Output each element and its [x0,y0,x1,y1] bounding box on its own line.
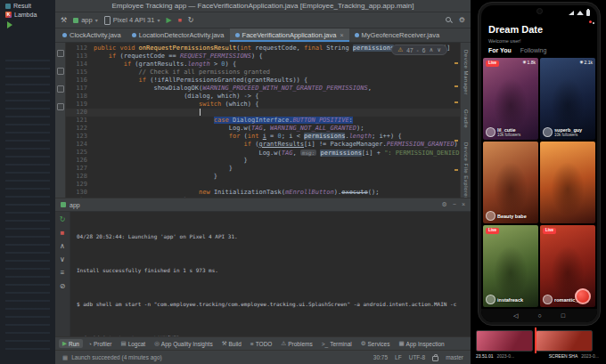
inspections-widget[interactable]: ⚠ 47 ◦ 6 ∧ ∨ [391,44,447,55]
run-panel-actions: ↻ ■ ∧ ∨ ≡ ⊘ [55,212,70,336]
kotlin-icon: K [5,12,12,18]
code-text: new InitializationTask(mEnrollButton).ex… [94,189,379,197]
tool-window-button[interactable]: ▦ App Inspection [395,339,447,348]
prev-issue-icon[interactable]: ∧ [429,46,433,53]
feed-tab[interactable]: Following [520,47,547,53]
tool-window-button[interactable]: ◎ App Quality Insights [151,339,216,348]
tool-window-label: Build [228,341,241,347]
tool-window-label: Run [69,341,79,347]
dock-tool-button[interactable]: Device Manager [463,50,469,95]
app-title: Dream Date [488,24,543,35]
background-lambda-item[interactable]: K Lambda [0,9,55,18]
tool-window-button[interactable]: >_ Terminal [318,340,356,348]
tool-window-label: App Quality Insights [161,341,213,347]
live-badge: Live [486,61,499,67]
back-icon[interactable]: ◁ [513,312,518,319]
close-icon[interactable]: × [462,201,465,208]
video-card[interactable]: Live ◉2.1k superb_guy 10k followers [540,58,595,140]
video-card[interactable]: Live ◉1.8k lil_cutie 10k followers [483,58,538,140]
cursor-position[interactable]: 30:75 [373,354,388,360]
tool-window-button[interactable]: ⚒ Build [218,339,245,348]
line-separator[interactable]: LF [395,354,402,360]
console-line: 04/28 20:52:44: Launching 'app' on Pixel… [77,232,464,241]
file-class-icon [355,33,359,37]
avatar [543,295,553,304]
phone-frame: Dream Date Welcome user! For You Followi… [478,2,601,326]
editor-tab[interactable]: FaceVerificationApplication.java × [230,28,349,42]
file-class-icon [235,33,240,37]
minimize-icon[interactable]: − [453,201,456,208]
code-line: 125 Log.w(TAG, msg: permissions[i] + ": … [66,149,460,157]
run-panel-action-icon[interactable]: ■ [61,229,65,237]
video-card[interactable]: Live ◉ [540,142,595,223]
tool-window-label: Profiler [94,341,112,347]
code-line: 131 } [66,197,460,198]
tool-window-button[interactable]: ≡ TODO [247,340,275,348]
lock-icon[interactable] [432,356,438,361]
device-selector[interactable]: Pixel 4 API 31 ▾ [104,16,160,25]
tool-window-button[interactable]: ⚙ Services [357,339,394,348]
run-tab-label[interactable]: app [70,202,80,208]
tool-window-button[interactable]: ⚠ Problems [277,339,315,348]
tool-window-icon: ▶ [62,340,67,347]
commit-icon[interactable] [57,68,64,75]
file-encoding[interactable]: UTF-8 [409,354,425,360]
bookmarks-icon[interactable] [57,103,64,110]
git-branch[interactable]: master [446,354,463,360]
play-icon[interactable] [7,21,12,28]
error-stripe[interactable] [454,55,458,194]
timeline-clip[interactable] [536,330,593,352]
tool-window-icon: ⚙ [361,340,366,347]
run-config-selector[interactable]: app ▾ [73,16,98,24]
background-result-item[interactable]: Result [0,0,55,9]
project-icon[interactable] [57,50,64,57]
stop-button[interactable]: ■ [178,17,182,23]
tool-window-label: TODO [256,341,273,347]
editor-tab[interactable]: MyGeofenceReceiver.java × [349,28,446,42]
close-icon[interactable]: × [340,32,343,38]
tool-window-button[interactable]: ◔ Profiler [85,340,116,348]
code-line: 123 for (int i = 0; i < permissions.leng… [66,133,460,141]
playhead[interactable] [535,328,536,353]
settings-gear-icon[interactable]: ⚙ [459,17,465,24]
code-editor[interactable]: 112 public void onRequestPermissionsResu… [66,43,460,198]
clip-name: 23.51.01 [476,353,493,359]
line-number: 118 [66,93,94,101]
line-number: 114 [66,61,94,69]
timeline-clip[interactable] [476,330,533,352]
build-hammer-icon[interactable]: ⚒ [61,17,67,24]
home-icon[interactable]: ○ [537,312,541,319]
tool-window-button[interactable]: ▶ Run [59,339,83,348]
run-panel-action-icon[interactable]: ↻ [60,215,66,223]
video-card[interactable]: Live ◉ Beauty babe [483,142,538,223]
chevron-down-icon: ▾ [157,17,160,23]
editor-tab[interactable]: ClockActivity.java × [57,28,127,42]
status-grid-icon[interactable]: ▦ [62,354,68,361]
video-card[interactable]: Live ◉ instafreack [483,225,538,307]
line-number: 128 [66,173,94,181]
settings-gear-icon[interactable]: ⚙ [442,201,447,208]
code-text: (dialog, which) -> { [94,93,258,101]
run-panel-action-icon[interactable]: ∨ [60,255,65,263]
recents-icon[interactable]: □ [561,312,565,319]
tool-window-label: Terminal [330,341,352,347]
run-button[interactable]: ▶ [166,16,171,24]
next-issue-icon[interactable]: ∨ [437,46,441,53]
viewer-count: ◉2.1k [580,61,593,65]
dock-tool-button[interactable]: Device File Explorer [463,142,469,198]
record-button[interactable] [575,288,591,304]
run-panel-action-icon[interactable]: ∧ [60,242,65,250]
dock-tool-button[interactable]: Gradle [463,109,469,128]
device-label: Pixel 4 API 31 [113,16,155,24]
rerun-icon[interactable]: ↻ [188,17,194,24]
tool-window-label: Logcat [128,341,146,347]
right-tool-strip: Device Manager Gradle Device File Explor… [460,43,471,198]
editor-tab[interactable]: LocationDetectorActivity.java × [127,28,230,42]
tool-window-button[interactable]: ▤ Logcat [117,339,149,348]
run-panel-action-icon[interactable]: ≡ [61,269,65,277]
run-panel-action-icon[interactable]: ⊘ [60,282,66,290]
search-icon[interactable] [446,17,453,24]
feed-tab[interactable]: For You [488,47,512,53]
structure-icon[interactable] [57,85,64,93]
result-icon [5,4,11,9]
